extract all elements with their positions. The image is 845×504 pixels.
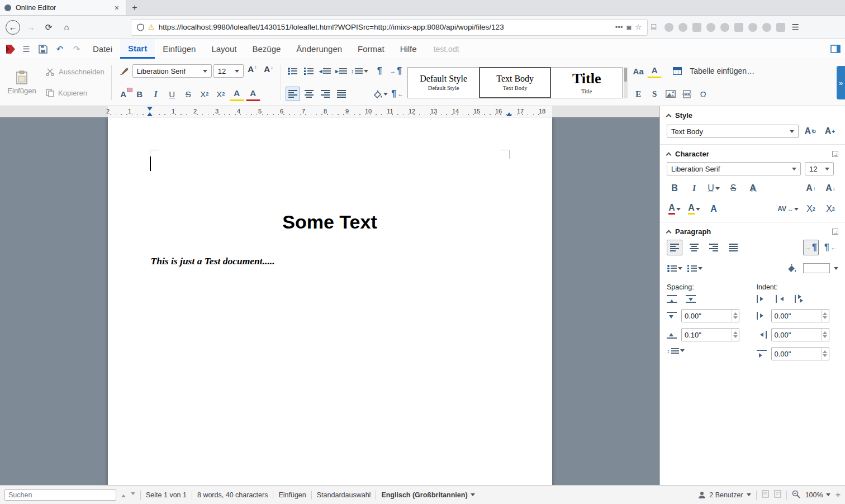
extension-icon[interactable] <box>748 23 757 32</box>
chevron-down-icon[interactable] <box>834 267 838 272</box>
spinner[interactable] <box>821 329 828 341</box>
home-icon[interactable]: ⌂ <box>59 20 74 35</box>
right-indent-marker[interactable] <box>506 110 512 116</box>
user-list-selector[interactable]: 2 Benutzer <box>698 491 751 499</box>
sidebar-shadow-button[interactable]: A <box>745 180 761 196</box>
sidebar-direction-rtl-icon[interactable]: ¶← <box>823 240 838 255</box>
document-status-icon[interactable] <box>774 490 781 500</box>
spinner[interactable] <box>821 348 828 360</box>
character-spacing-icon[interactable]: AV↔ <box>777 201 799 217</box>
sidebar-superscript-button[interactable]: X2 <box>803 201 819 217</box>
clone-formatting-icon[interactable] <box>116 64 131 78</box>
sidebar-shrink-font-icon[interactable]: A↓ <box>823 180 838 196</box>
style-default-style[interactable]: Default Style Default Style <box>407 67 480 98</box>
sidebar-direction-ltr-icon[interactable]: →¶ <box>803 240 819 255</box>
update-style-icon[interactable]: A↻ <box>803 123 818 139</box>
browser-tab[interactable]: Online Editor × <box>0 0 126 15</box>
sidebar-background-color-icon[interactable] <box>784 260 799 276</box>
left-indent-marker[interactable] <box>147 110 153 116</box>
cut-button[interactable]: Ausschneiden <box>44 65 107 79</box>
above-paragraph-spacing-input[interactable] <box>682 310 732 322</box>
menu-einfuegen[interactable]: Einfügen <box>155 39 203 59</box>
library-icon[interactable]: ⌸ <box>651 22 657 32</box>
zoom-out-icon[interactable] <box>792 490 800 500</box>
extension-icon[interactable] <box>692 23 701 32</box>
strikethrough-button[interactable]: S <box>181 87 196 101</box>
sidebar-bullet-list-icon[interactable] <box>667 260 683 276</box>
sidebar-character-style-icon[interactable]: A <box>706 201 721 217</box>
character-dialog-launcher-icon[interactable] <box>832 151 838 157</box>
line-spacing-icon[interactable]: ↕ <box>350 64 369 78</box>
sidebar-strikethrough-button[interactable]: S <box>725 180 741 196</box>
highlight-color-icon[interactable]: A <box>230 87 244 101</box>
toolbar-expand-icon[interactable]: » <box>837 66 845 99</box>
sidebar-subscript-button[interactable]: X2 <box>823 201 838 217</box>
document-title-text[interactable]: Some Text <box>108 211 552 233</box>
grow-font-icon[interactable]: A↑ <box>245 64 260 78</box>
sidebar-align-left-button[interactable] <box>667 240 682 255</box>
menu-datei[interactable]: Datei <box>85 39 120 59</box>
extension-icon[interactable] <box>664 23 673 32</box>
style-text-body[interactable]: Text Body Text Body <box>479 67 551 98</box>
bold-button[interactable]: B <box>132 87 147 101</box>
direction-rtl-icon[interactable]: ¶← <box>390 87 405 101</box>
font-name-select[interactable]: Liberation Serif <box>132 64 212 78</box>
style-title[interactable]: Title Title <box>550 67 623 98</box>
italic-button[interactable]: I <box>149 87 163 101</box>
character-style-icon[interactable]: A <box>647 64 662 78</box>
page-break-icon[interactable] <box>680 87 694 101</box>
extension-icon[interactable] <box>678 23 687 32</box>
undo-icon[interactable]: ↶ <box>51 39 68 59</box>
first-line-indent-field[interactable] <box>771 347 829 360</box>
paste-button[interactable]: Einfügen <box>3 61 40 103</box>
paragraph-section-header[interactable]: Paragraph <box>660 222 845 240</box>
sidebar-highlight-color-icon[interactable]: A <box>686 201 702 217</box>
increase-indent-icon[interactable]: ▸ <box>334 64 349 78</box>
subscript-button[interactable]: X2 <box>197 87 212 101</box>
sidebar-align-center-button[interactable] <box>686 240 702 255</box>
document-body-text[interactable]: This is just a Test document..... <box>151 255 509 267</box>
sidebar-font-color-icon[interactable]: A <box>667 201 682 217</box>
underline-button[interactable]: U <box>165 87 179 101</box>
direction-ltr-icon[interactable]: →¶ <box>388 64 403 78</box>
language-selector[interactable]: Englisch (Großbritannien) <box>381 491 474 499</box>
shield-icon[interactable] <box>137 23 144 31</box>
search-next-icon[interactable] <box>131 492 135 497</box>
background-color-icon[interactable] <box>372 87 388 101</box>
paragraph-dialog-launcher-icon[interactable] <box>832 229 838 235</box>
sidebar-align-justify-button[interactable] <box>725 240 741 255</box>
menu-bezuege[interactable]: Bezüge <box>244 39 288 59</box>
above-paragraph-spacing-field[interactable] <box>681 309 739 322</box>
small-caps-icon[interactable]: S <box>647 87 662 101</box>
character-section-header[interactable]: Character <box>660 145 845 162</box>
decrease-indent-icon[interactable] <box>776 295 786 303</box>
style-scrollbar[interactable] <box>624 67 628 98</box>
before-text-indent-input[interactable] <box>772 310 822 322</box>
zoom-level-selector[interactable]: 100% <box>805 491 830 499</box>
after-text-indent-field[interactable] <box>771 328 829 341</box>
before-text-indent-field[interactable] <box>771 309 829 322</box>
spinner[interactable] <box>732 310 739 322</box>
first-line-indent-input[interactable] <box>772 348 822 360</box>
horizontal-ruler[interactable]: 2 1 1 2 3 4 5 6 7 8 9 10 11 12 13 14 15 … <box>0 106 659 117</box>
background-color-swatch[interactable] <box>803 263 830 273</box>
below-paragraph-spacing-field[interactable] <box>681 328 739 341</box>
after-text-indent-input[interactable] <box>772 329 822 341</box>
dropcap-icon[interactable]: E <box>631 87 645 101</box>
sidebar-bold-button[interactable]: B <box>667 180 682 196</box>
bullet-list-icon[interactable] <box>286 64 300 78</box>
below-paragraph-spacing-input[interactable] <box>682 329 732 341</box>
spinner[interactable] <box>732 329 739 341</box>
extension-icon[interactable] <box>734 23 743 32</box>
forward-icon[interactable]: → <box>23 20 38 35</box>
document-canvas[interactable]: Some Text This is just a Test document..… <box>0 117 659 485</box>
menu-layout[interactable]: Layout <box>203 39 244 59</box>
save-icon[interactable] <box>35 39 51 59</box>
sidebar-grow-font-icon[interactable]: A↑ <box>803 180 819 196</box>
insert-table-label[interactable]: Tabelle einfügen… <box>690 66 754 75</box>
sidebar-italic-button[interactable]: I <box>686 180 702 196</box>
page-actions-icon[interactable]: ••• <box>615 23 623 31</box>
hanging-indent-icon[interactable] <box>795 295 805 303</box>
reload-icon[interactable]: ⟳ <box>41 20 56 35</box>
font-size-select[interactable]: 12 <box>213 64 244 78</box>
